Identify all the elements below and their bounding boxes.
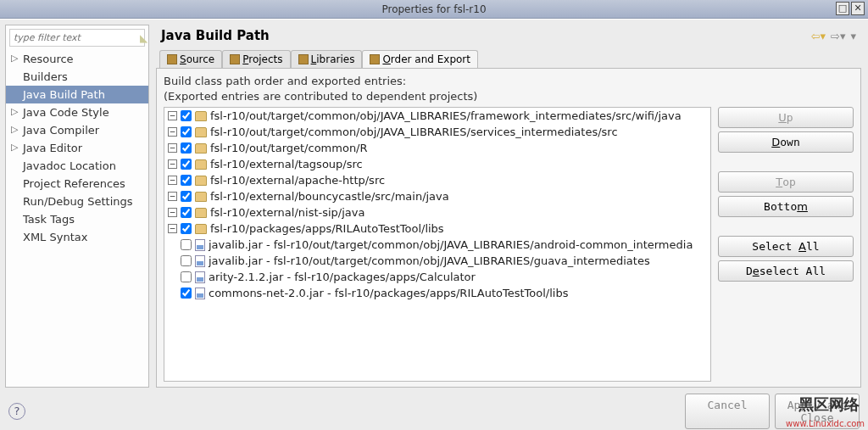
up-button[interactable]: UUpp <box>718 107 854 128</box>
cancel-button[interactable]: Cancel <box>685 394 770 429</box>
sidebar-item-label: Run/Debug Settings <box>23 195 133 208</box>
export-checkbox[interactable] <box>181 207 192 218</box>
export-checkbox[interactable] <box>181 191 192 202</box>
sidebar-item-project-references[interactable]: Project References <box>6 175 148 193</box>
sidebar-item-java-code-style[interactable]: ▷Java Code Style <box>6 103 148 121</box>
sidebar-item-java-compiler[interactable]: ▷Java Compiler <box>6 121 148 139</box>
classpath-entry[interactable]: commons-net-2.0.jar - fsl-r10/packages/a… <box>164 285 710 301</box>
export-checkbox[interactable] <box>181 288 192 299</box>
tabs: SourceProjectsLibrariesOrder and Export <box>154 50 863 68</box>
classpath-entry[interactable]: −fsl-r10/out/target/common/obj/JAVA_LIBR… <box>164 108 710 124</box>
export-checkbox[interactable] <box>181 110 192 121</box>
source-folder-icon <box>195 224 207 234</box>
expander-icon[interactable]: − <box>168 208 177 217</box>
top-button[interactable]: Top <box>718 171 854 193</box>
sidebar-item-run-debug-settings[interactable]: Run/Debug Settings <box>6 193 148 210</box>
export-checkbox[interactable] <box>181 239 192 250</box>
classpath-entry[interactable]: −fsl-r10/out/target/common/obj/JAVA_LIBR… <box>164 124 710 140</box>
back-icon[interactable]: ⇦▾ <box>811 30 826 42</box>
expander-icon[interactable]: − <box>168 127 177 137</box>
maximize-button[interactable]: □ <box>836 2 849 15</box>
jar-icon <box>195 271 205 283</box>
sidebar-item-label: Java Editor <box>23 142 82 154</box>
sidebar-item-resource[interactable]: ▷Resource <box>6 50 148 68</box>
sidebar-item-xml-syntax[interactable]: XML Syntax <box>6 228 148 246</box>
classpath-entry[interactable]: −fsl-r10/external/nist-sip/java <box>164 204 710 221</box>
expander-icon[interactable]: − <box>168 192 177 201</box>
description-line1: Build class path order and exported entr… <box>164 74 854 89</box>
sidebar-item-builders[interactable]: Builders <box>6 68 148 86</box>
expander-icon[interactable]: − <box>168 224 177 233</box>
tab-icon <box>298 54 309 64</box>
classpath-entry[interactable]: javalib.jar - fsl-r10/out/target/common/… <box>164 253 710 269</box>
tab-label: Source <box>180 53 214 65</box>
tab-order-and-export[interactable]: Order and Export <box>362 50 478 68</box>
watermark-logo: 黑区网络 <box>798 394 860 415</box>
watermark-url: www.Linuxidc.com <box>786 419 865 428</box>
sidebar-item-label: Javadoc Location <box>23 159 116 172</box>
sidebar-item-label: Java Build Path <box>23 88 105 101</box>
source-folder-icon <box>195 176 207 186</box>
help-icon[interactable]: ? <box>8 403 25 420</box>
sidebar-item-label: Builders <box>23 70 68 83</box>
forward-icon[interactable]: ⇨▾ <box>831 30 845 42</box>
tab-source[interactable]: Source <box>159 50 222 68</box>
classpath-entry[interactable]: −fsl-r10/external/bouncycastle/src/main/… <box>164 188 710 204</box>
clear-filter-icon[interactable]: ◣ <box>140 32 147 44</box>
classpath-list[interactable]: −fsl-r10/out/target/common/obj/JAVA_LIBR… <box>164 107 711 382</box>
expander-icon[interactable]: − <box>168 176 177 185</box>
button-column: UUpp Down Top Bottom Select All Deselect… <box>718 107 854 382</box>
tab-label: Libraries <box>311 53 355 65</box>
bottom-button[interactable]: Bottom <box>718 196 854 217</box>
select-all-button[interactable]: Select All <box>718 236 854 257</box>
filter-input[interactable] <box>10 30 140 46</box>
export-checkbox[interactable] <box>181 159 192 170</box>
sidebar-item-java-editor[interactable]: ▷Java Editor <box>6 139 148 157</box>
export-checkbox[interactable] <box>181 255 192 266</box>
order-export-panel: Build class path order and exported entr… <box>156 68 861 388</box>
classpath-entry[interactable]: −fsl-r10/external/tagsoup/src <box>164 156 710 172</box>
jar-icon <box>195 288 205 299</box>
page-title: Java Build Path <box>161 28 811 43</box>
export-checkbox[interactable] <box>181 126 192 137</box>
source-folder-icon <box>195 192 207 202</box>
sidebar: ◣ ▷ResourceBuildersJava Build Path▷Java … <box>5 25 149 388</box>
description-line2: (Exported entries are contributed to dep… <box>164 89 854 104</box>
deselect-all-button[interactable]: Deselect All <box>718 260 854 282</box>
down-button[interactable]: Down <box>718 131 854 153</box>
classpath-entry[interactable]: javalib.jar - fsl-r10/out/target/common/… <box>164 237 710 253</box>
entry-label: fsl-r10/packages/apps/RILAutoTestTool/li… <box>210 222 444 235</box>
sidebar-item-label: Java Compiler <box>23 124 99 137</box>
export-checkbox[interactable] <box>181 142 192 154</box>
main-panel: Java Build Path ⇦▾ ⇨▾ ▾ SourceProjectsLi… <box>154 25 863 388</box>
expand-arrow-icon[interactable]: ▷ <box>11 142 18 153</box>
classpath-entry[interactable]: −fsl-r10/out/target/common/R <box>164 140 710 156</box>
classpath-entry[interactable]: −fsl-r10/packages/apps/RILAutoTestTool/l… <box>164 221 710 237</box>
entry-label: fsl-r10/external/bouncycastle/src/main/j… <box>210 190 449 203</box>
tab-libraries[interactable]: Libraries <box>291 50 363 68</box>
classpath-entry[interactable]: arity-2.1.2.jar - fsl-r10/packages/apps/… <box>164 269 710 285</box>
expander-icon[interactable]: − <box>168 159 177 169</box>
expand-arrow-icon[interactable]: ▷ <box>11 53 18 64</box>
sidebar-item-java-build-path[interactable]: Java Build Path <box>6 86 148 103</box>
source-folder-icon <box>195 143 207 154</box>
expander-icon[interactable]: − <box>168 111 177 120</box>
sidebar-item-label: Java Code Style <box>23 106 109 119</box>
export-checkbox[interactable] <box>181 271 192 282</box>
menu-icon[interactable]: ▾ <box>850 30 856 42</box>
sidebar-item-label: XML Syntax <box>23 231 87 243</box>
sidebar-item-label: Project References <box>23 177 125 190</box>
sidebar-item-javadoc-location[interactable]: Javadoc Location <box>6 157 148 175</box>
tab-projects[interactable]: Projects <box>222 50 290 68</box>
export-checkbox[interactable] <box>181 223 192 234</box>
close-button[interactable]: ✕ <box>851 2 865 15</box>
sidebar-item-task-tags[interactable]: Task Tags <box>6 210 148 228</box>
entry-label: fsl-r10/out/target/common/R <box>210 142 368 154</box>
expander-icon[interactable]: − <box>168 143 177 153</box>
tab-icon <box>230 54 240 64</box>
classpath-entry[interactable]: −fsl-r10/external/apache-http/src <box>164 172 710 188</box>
export-checkbox[interactable] <box>181 175 192 186</box>
expand-arrow-icon[interactable]: ▷ <box>11 124 18 135</box>
expand-arrow-icon[interactable]: ▷ <box>11 106 18 117</box>
jar-icon <box>195 239 205 251</box>
